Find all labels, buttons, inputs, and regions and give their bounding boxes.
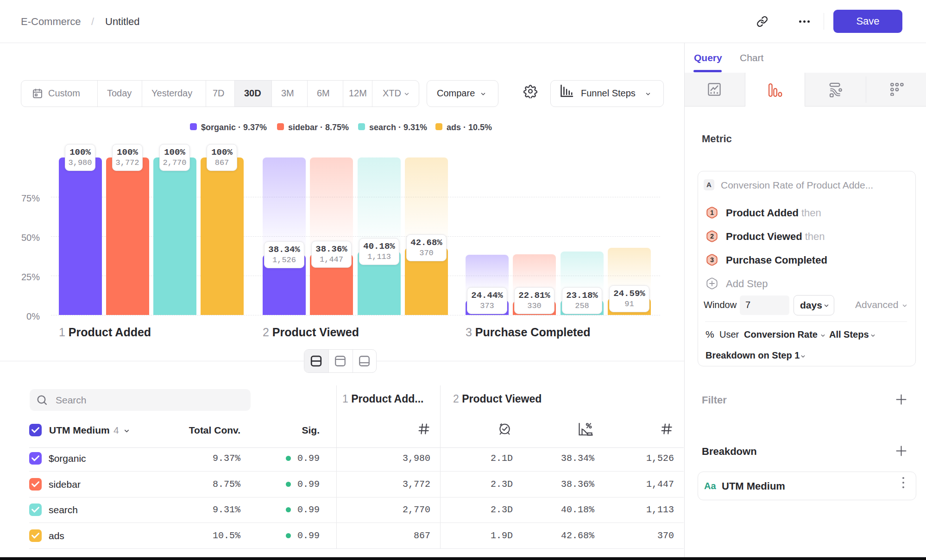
svg-text:3: 3 (710, 256, 714, 264)
svg-text:2: 2 (710, 233, 714, 240)
svg-text:1: 1 (710, 209, 714, 216)
